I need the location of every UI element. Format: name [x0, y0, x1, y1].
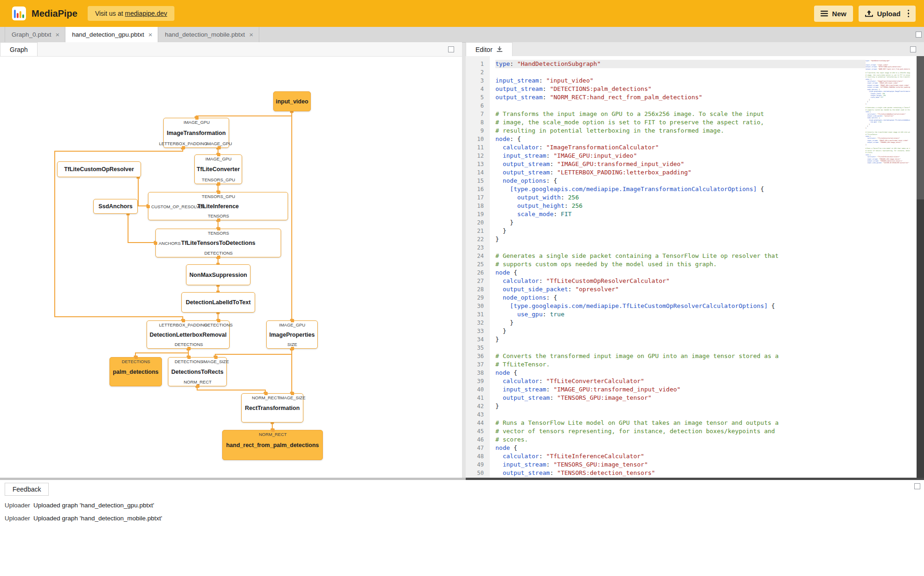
code-line: output_stream: "TENSORS:detection_tensor…	[495, 469, 866, 477]
file-tab-hand_detection_gpu.pbtxt[interactable]: hand_detection_gpu.pbtxt×	[65, 27, 158, 42]
code-line: output_stream: "IMAGE_GPU:transformed_in…	[495, 160, 866, 168]
new-button[interactable]: New	[814, 6, 853, 22]
code-line: # Runs a TensorFlow Lite model on GPU th…	[495, 419, 866, 427]
graph-canvas[interactable]: input_videoImageTransformationIMAGE_GPUL…	[0, 57, 462, 478]
minimap-line: output_stream: "NORM_RECT:hand_rect_from…	[866, 68, 910, 70]
close-tab-icon[interactable]: ×	[249, 31, 253, 38]
code-line	[495, 68, 866, 77]
line-number: 4	[466, 85, 490, 93]
line-number: 38	[466, 369, 490, 377]
code-line: output_stream: "LETTERBOX_PADDING:letter…	[495, 168, 866, 177]
code-line	[495, 243, 866, 252]
port-label-TENSORS: TENSORS	[208, 213, 229, 218]
graph-node-label: palm_detections	[110, 369, 161, 375]
mediapipe-dev-link[interactable]: mediapipe.dev	[125, 10, 167, 17]
port-connector-icon	[291, 347, 294, 350]
graph-node-hand_rect_from_palm_detections[interactable]: hand_rect_from_palm_detectionsNORM_RECT	[222, 430, 323, 460]
close-tab-icon[interactable]: ×	[56, 31, 60, 38]
feedback-source: Uploader	[5, 515, 33, 522]
editor-minimap[interactable]: type: "HandDetectionSubgraph" input_stre…	[866, 56, 910, 478]
line-number: 32	[466, 319, 490, 327]
line-number: 45	[466, 427, 490, 435]
tab-feedback[interactable]: Feedback	[5, 483, 49, 496]
line-number: 6	[466, 102, 490, 110]
port-label-TENSORS_GPU: TENSORS_GPU	[202, 194, 235, 199]
maximize-graph-icon[interactable]	[448, 46, 454, 52]
code-line: output_height: 256	[495, 202, 866, 210]
upload-button-label: Upload	[877, 10, 901, 18]
feedback-message: Uploaded graph 'hand_detection_mobile.pb…	[33, 515, 162, 522]
minimap-line: # supports custom ops needed by the mode…	[866, 109, 910, 111]
maximize-feedback-icon[interactable]	[914, 483, 920, 489]
code-line: type: "HandDetectionSubgraph"	[495, 60, 866, 68]
graph-node-TfLiteConverter[interactable]: TfLiteConverterIMAGE_GPUTENSORS_GPU	[194, 154, 242, 184]
graph-node-TfLiteTensorsToDetections[interactable]: TfLiteTensorsToDetectionsTENSORSANCHORSD…	[155, 229, 281, 257]
editor-panel-tabs: Editor	[466, 42, 924, 56]
code-area[interactable]: type: "HandDetectionSubgraph" input_stre…	[490, 56, 866, 478]
download-icon[interactable]	[496, 46, 503, 53]
line-number: 40	[466, 385, 490, 394]
graph-node-palm_detections[interactable]: palm_detectionsDETECTIONS	[109, 357, 162, 386]
graph-node-DetectionLetterboxRemoval[interactable]: DetectionLetterboxRemovalLETTERBOX_PADDI…	[147, 320, 230, 349]
line-number: 27	[466, 277, 490, 285]
port-connector-icon	[217, 227, 220, 230]
graph-node-label: RectTransformation	[242, 405, 303, 411]
code-line: calculator: "TfLiteCustomOpResolverCalcu…	[495, 277, 866, 285]
line-number: 34	[466, 335, 490, 344]
line-number: 14	[466, 168, 490, 177]
file-tab-hand_detection_mobile.pbtxt[interactable]: hand_detection_mobile.pbtxt×	[158, 27, 259, 42]
graph-node-NonMaxSuppression[interactable]: NonMaxSuppression	[186, 264, 250, 285]
graph-node-RectTransformation[interactable]: RectTransformationNORM_RECTIMAGE_SIZE	[241, 393, 303, 422]
line-number: 1	[466, 60, 490, 68]
port-label-TENSORS: TENSORS	[208, 230, 229, 236]
code-line: # TfLiteTensor.	[495, 360, 866, 369]
code-line: output_stream: "TENSORS_GPU:image_tensor…	[495, 394, 866, 402]
port-connector-icon	[182, 319, 185, 322]
port-label-DETECTIONS: DETECTIONS	[122, 359, 150, 364]
graph-node-ImageProperties[interactable]: ImagePropertiesIMAGE_GPUSIZE	[266, 320, 318, 349]
port-connector-icon	[154, 242, 157, 245]
graph-node-input_video[interactable]: input_video	[273, 91, 311, 111]
port-label-NORM_RECT: NORM_RECT	[184, 379, 212, 384]
file-tab-Graph_0.pbtxt[interactable]: Graph_0.pbtxt×	[5, 27, 65, 42]
code-line: input_stream: "IMAGE_GPU:input_video"	[495, 152, 866, 160]
maximize-editor-icon[interactable]	[910, 46, 916, 52]
tab-editor[interactable]: Editor	[466, 42, 513, 56]
code-line: }	[495, 327, 866, 335]
port-label-IMAGE_GPU: IMAGE_GPU	[205, 156, 232, 161]
code-line: # scores.	[495, 435, 866, 444]
port-connector-icon	[196, 384, 199, 388]
graph-node-DetectionLabelIdToText[interactable]: DetectionLabelIdToText	[181, 292, 255, 313]
port-connector-icon	[147, 205, 150, 208]
graph-node-ImageTransformation[interactable]: ImageTransformationIMAGE_GPULETTERBOX_PA…	[163, 118, 229, 148]
graph-node-label: TfLiteConverter	[195, 166, 242, 173]
scrollbar-thumb[interactable]	[917, 56, 924, 199]
code-line: node_options: {	[495, 177, 866, 185]
graph-node-TfLiteInference[interactable]: TfLiteInferenceTENSORS_GPUCUSTOM_OP_RESO…	[148, 192, 288, 220]
code-line: calculator: "TfLiteConverterCalculator"	[495, 377, 866, 385]
tab-graph[interactable]: Graph	[0, 42, 38, 56]
mediapipe-visualizer: { "header": { "app_title": "MediaPipe", …	[0, 0, 924, 576]
line-number: 39	[466, 377, 490, 385]
upload-button[interactable]: Upload	[859, 6, 916, 22]
close-tab-icon[interactable]: ×	[148, 31, 153, 38]
port-connector-icon	[195, 116, 199, 120]
port-connector-icon	[214, 356, 218, 359]
code-line: output_stream: "DETECTIONS:palm_detectio…	[495, 85, 866, 93]
line-number: 18	[466, 202, 490, 210]
restore-layout-icon[interactable]	[916, 32, 922, 38]
graph-node-TfLiteCustomOpResolver[interactable]: TfLiteCustomOpResolver	[57, 161, 141, 177]
code-line	[495, 102, 866, 110]
port-connector-icon	[187, 347, 191, 350]
graph-tab-label: Graph	[10, 46, 28, 53]
graph-node-label: ImageProperties	[267, 332, 317, 338]
editor-scrollbar[interactable]	[917, 56, 924, 478]
port-connector-icon	[182, 146, 185, 149]
line-number: 29	[466, 294, 490, 302]
line-number: 31	[466, 310, 490, 319]
line-number: 12	[466, 152, 490, 160]
graph-node-DetectionsToRects[interactable]: DetectionsToRectsDETECTIONSIMAGE_SIZENOR…	[168, 357, 227, 386]
more-options-icon[interactable]	[908, 10, 910, 18]
line-number: 41	[466, 394, 490, 402]
graph-node-SsdAnchors[interactable]: SsdAnchors	[93, 199, 138, 214]
